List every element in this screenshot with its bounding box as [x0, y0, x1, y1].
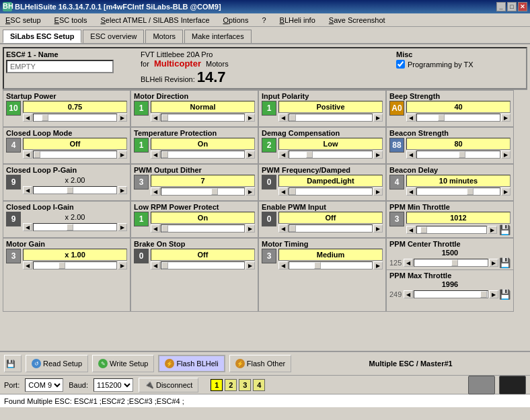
- low-rpm-power-protect-track[interactable]: [161, 224, 245, 233]
- temperature-protection-dec[interactable]: ◀: [151, 151, 160, 159]
- ppm-center-track[interactable]: [414, 259, 488, 267]
- closed-loop-p-gain-dec[interactable]: ◀: [23, 186, 32, 194]
- read-setup-button[interactable]: ↺ Read Setup: [26, 355, 88, 372]
- pwm-frequency-dec[interactable]: ◀: [278, 187, 288, 196]
- menu-select-interface[interactable]: Select ATMEL / SILABS Interface: [98, 15, 213, 26]
- closed-loop-p-gain-inc[interactable]: ▶: [118, 186, 127, 194]
- menu-blheli-info[interactable]: BLHeli info: [277, 15, 318, 26]
- cell-input-polarity: Input Polarity 1 Positive ◀ ▶: [258, 90, 386, 127]
- ppm-max-inc[interactable]: ▶: [489, 290, 498, 298]
- enable-pwm-input-track[interactable]: [289, 224, 373, 233]
- beacon-strength-dec[interactable]: ◀: [406, 151, 416, 159]
- beep-strength-dec[interactable]: ◀: [406, 114, 416, 122]
- motor-timing-track[interactable]: [289, 261, 373, 269]
- ppm-center-inc[interactable]: ▶: [489, 259, 498, 267]
- pwm-frequency-inc[interactable]: ▶: [373, 187, 383, 196]
- closed-loop-p-gain-value: x 2.00: [23, 175, 127, 185]
- tab-esc-overview[interactable]: ESC overview: [83, 30, 144, 43]
- maximize-button[interactable]: □: [507, 2, 517, 11]
- beacon-delay-dec[interactable]: ◀: [406, 187, 416, 196]
- menu-options[interactable]: Options: [221, 15, 252, 26]
- menu-help[interactable]: ?: [259, 15, 268, 26]
- motor-gain-track[interactable]: [33, 261, 117, 269]
- closed-loop-p-gain-track[interactable]: [33, 186, 117, 194]
- pwm-output-dither-track[interactable]: [161, 187, 245, 196]
- cell-ppm-throttles: PPM Center Throttle 1500 125 ◀ ▶ 💾 PPM M…: [386, 238, 514, 312]
- closed-loop-i-gain-track[interactable]: [33, 223, 117, 231]
- menu-esc-setup[interactable]: ESC setup: [3, 15, 44, 26]
- input-polarity-track[interactable]: [289, 114, 373, 122]
- motor-timing-dec[interactable]: ◀: [278, 261, 288, 269]
- close-button[interactable]: ✕: [518, 2, 527, 11]
- closed-loop-i-gain-dec[interactable]: ◀: [23, 223, 32, 231]
- window-controls[interactable]: _ □ ✕: [496, 2, 527, 11]
- closed-loop-mode-track[interactable]: [33, 151, 117, 159]
- beacon-delay-inc[interactable]: ▶: [501, 187, 510, 196]
- pwm-output-dither-dec[interactable]: ◀: [151, 187, 160, 196]
- temperature-protection-inc[interactable]: ▶: [245, 151, 255, 159]
- revision-value: 14.7: [197, 69, 226, 85]
- ppm-center-dec[interactable]: ◀: [404, 259, 413, 267]
- closed-loop-mode-dec[interactable]: ◀: [23, 151, 32, 159]
- flash-blheli-button[interactable]: ⚡ Flash BLHeli: [158, 355, 225, 372]
- esc-num-3-button[interactable]: 3: [239, 379, 251, 391]
- disk-icon: 💾: [6, 360, 15, 368]
- tab-make-interfaces[interactable]: Make interfaces: [184, 30, 252, 43]
- unknown-btn-left[interactable]: 💾: [4, 355, 22, 372]
- ppm-max-track[interactable]: [414, 290, 488, 298]
- closed-loop-i-gain-inc[interactable]: ▶: [118, 223, 127, 231]
- temperature-protection-track[interactable]: [161, 151, 245, 159]
- ppm-min-throttle-label: PPM Min Throttle: [389, 203, 510, 211]
- motor-direction-track[interactable]: [161, 114, 245, 122]
- write-setup-button[interactable]: ✎ Write Setup: [92, 355, 154, 372]
- demag-compensation-inc[interactable]: ▶: [373, 151, 383, 159]
- low-rpm-power-protect-dec[interactable]: ◀: [151, 224, 160, 233]
- beep-strength-inc[interactable]: ▶: [501, 114, 510, 122]
- demag-compensation-dec[interactable]: ◀: [278, 151, 288, 159]
- brake-on-stop-dec[interactable]: ◀: [151, 261, 160, 269]
- pwm-frequency-track[interactable]: [289, 187, 373, 196]
- input-polarity-inc[interactable]: ▶: [373, 114, 383, 122]
- input-polarity-dec[interactable]: ◀: [278, 114, 288, 122]
- closed-loop-mode-inc[interactable]: ▶: [118, 151, 127, 159]
- demag-compensation-track[interactable]: [289, 151, 373, 159]
- disconnect-button[interactable]: 🔌 Disconnect: [139, 378, 198, 392]
- startup-power-dec[interactable]: ◀: [23, 114, 32, 122]
- esc-num-2-button[interactable]: 2: [225, 379, 237, 391]
- motor-direction-inc[interactable]: ▶: [245, 114, 255, 122]
- tab-silabs-esc-setup[interactable]: SiLabs ESC Setup: [3, 30, 81, 43]
- beacon-delay-track[interactable]: [416, 187, 500, 196]
- baud-select[interactable]: 115200: [93, 378, 133, 392]
- enable-pwm-input-inc[interactable]: ▶: [373, 224, 383, 233]
- ppm-min-throttle-track[interactable]: [416, 226, 487, 234]
- beacon-strength-inc[interactable]: ▶: [501, 151, 510, 159]
- motor-gain-dec[interactable]: ◀: [23, 261, 32, 269]
- ppm-max-dec[interactable]: ◀: [404, 290, 413, 298]
- fvt-line2: for Multicopter Motors: [141, 58, 389, 69]
- programming-by-tx-checkbox[interactable]: [396, 60, 405, 69]
- motor-timing-inc[interactable]: ▶: [373, 261, 383, 269]
- beep-strength-track[interactable]: [416, 114, 500, 122]
- menu-esc-tools[interactable]: ESC tools: [52, 15, 90, 26]
- tab-motors[interactable]: Motors: [145, 30, 183, 43]
- enable-pwm-input-dec[interactable]: ◀: [278, 224, 288, 233]
- low-rpm-power-protect-inc[interactable]: ▶: [245, 224, 255, 233]
- flash-other-button[interactable]: ⚡ Flash Other: [229, 355, 291, 372]
- ppm-min-throttle-dec[interactable]: ◀: [406, 226, 416, 234]
- esc-number-buttons: 1 2 3 4: [211, 379, 265, 391]
- port-select[interactable]: COM 9: [25, 378, 63, 392]
- motor-gain-inc[interactable]: ▶: [118, 261, 127, 269]
- brake-on-stop-track[interactable]: [161, 261, 245, 269]
- beacon-strength-track[interactable]: [416, 151, 500, 159]
- esc-num-4-button[interactable]: 4: [253, 379, 265, 391]
- startup-power-inc[interactable]: ▶: [118, 114, 127, 122]
- minimize-button[interactable]: _: [496, 2, 506, 11]
- esc-name-input[interactable]: [6, 60, 114, 73]
- startup-power-track[interactable]: [33, 114, 117, 122]
- pwm-output-dither-inc[interactable]: ▶: [245, 187, 255, 196]
- brake-on-stop-inc[interactable]: ▶: [245, 261, 255, 269]
- menu-save-screenshot[interactable]: Save Screenshot: [326, 15, 388, 26]
- motor-direction-dec[interactable]: ◀: [151, 114, 160, 122]
- ppm-min-throttle-inc[interactable]: ▶: [488, 226, 497, 234]
- esc-num-1-button[interactable]: 1: [211, 379, 223, 391]
